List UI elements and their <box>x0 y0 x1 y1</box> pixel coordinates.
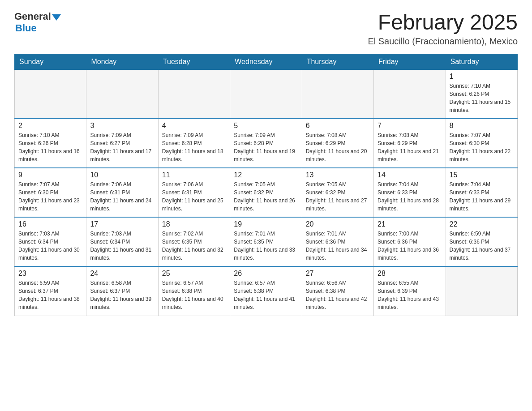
calendar-cell: 22Sunrise: 6:59 AMSunset: 6:36 PMDayligh… <box>446 217 517 266</box>
calendar-cell: 5Sunrise: 7:09 AMSunset: 6:28 PMDaylight… <box>230 119 302 168</box>
calendar-row: 16Sunrise: 7:03 AMSunset: 6:34 PMDayligh… <box>15 217 518 266</box>
month-title: February 2025 <box>368 11 518 34</box>
day-number: 18 <box>162 220 226 228</box>
calendar-cell: 13Sunrise: 7:05 AMSunset: 6:32 PMDayligh… <box>302 168 373 217</box>
day-info: Sunrise: 7:07 AMSunset: 6:30 PMDaylight:… <box>18 180 82 213</box>
day-info: Sunrise: 7:08 AMSunset: 6:29 PMDaylight:… <box>378 131 442 163</box>
calendar-cell: 28Sunrise: 6:55 AMSunset: 6:39 PMDayligh… <box>374 266 446 316</box>
calendar-cell: 18Sunrise: 7:02 AMSunset: 6:35 PMDayligh… <box>158 217 230 266</box>
logo-general-text: General <box>14 11 51 22</box>
calendar-row: 1Sunrise: 7:10 AMSunset: 6:26 PMDaylight… <box>15 69 518 119</box>
day-info: Sunrise: 6:57 AMSunset: 6:38 PMDaylight:… <box>234 279 298 311</box>
calendar-row: 23Sunrise: 6:59 AMSunset: 6:37 PMDayligh… <box>15 266 518 316</box>
day-number: 19 <box>234 220 298 228</box>
day-info: Sunrise: 6:56 AMSunset: 6:38 PMDaylight:… <box>306 279 370 311</box>
calendar-cell: 20Sunrise: 7:01 AMSunset: 6:36 PMDayligh… <box>302 217 373 266</box>
calendar-body: 1Sunrise: 7:10 AMSunset: 6:26 PMDaylight… <box>15 69 518 316</box>
calendar-cell: 12Sunrise: 7:05 AMSunset: 6:32 PMDayligh… <box>230 168 302 217</box>
day-info: Sunrise: 6:59 AMSunset: 6:36 PMDaylight:… <box>450 230 514 262</box>
day-number: 17 <box>90 220 154 228</box>
day-number: 26 <box>234 270 298 278</box>
logo-arrow-icon <box>52 14 61 21</box>
calendar-cell: 17Sunrise: 7:03 AMSunset: 6:34 PMDayligh… <box>86 217 158 266</box>
day-number: 6 <box>306 122 370 130</box>
calendar-cell <box>302 69 373 119</box>
calendar-header: Sunday Monday Tuesday Wednesday Thursday… <box>15 54 518 69</box>
title-block: February 2025 El Saucillo (Fraccionamien… <box>368 11 518 47</box>
calendar-row: 2Sunrise: 7:10 AMSunset: 6:26 PMDaylight… <box>15 119 518 168</box>
day-info: Sunrise: 7:08 AMSunset: 6:29 PMDaylight:… <box>306 131 370 163</box>
day-number: 11 <box>162 171 226 179</box>
day-info: Sunrise: 7:05 AMSunset: 6:32 PMDaylight:… <box>234 180 298 213</box>
calendar-cell <box>158 69 230 119</box>
calendar-cell: 21Sunrise: 7:00 AMSunset: 6:36 PMDayligh… <box>374 217 446 266</box>
calendar-cell: 11Sunrise: 7:06 AMSunset: 6:31 PMDayligh… <box>158 168 230 217</box>
day-number: 23 <box>18 270 82 278</box>
calendar-cell: 7Sunrise: 7:08 AMSunset: 6:29 PMDaylight… <box>374 119 446 168</box>
day-info: Sunrise: 7:02 AMSunset: 6:35 PMDaylight:… <box>162 230 226 262</box>
calendar-cell: 15Sunrise: 7:04 AMSunset: 6:33 PMDayligh… <box>446 168 517 217</box>
day-info: Sunrise: 7:04 AMSunset: 6:33 PMDaylight:… <box>378 180 442 213</box>
day-info: Sunrise: 7:01 AMSunset: 6:36 PMDaylight:… <box>306 230 370 262</box>
calendar-cell: 26Sunrise: 6:57 AMSunset: 6:38 PMDayligh… <box>230 266 302 316</box>
day-info: Sunrise: 6:58 AMSunset: 6:37 PMDaylight:… <box>90 279 154 311</box>
day-info: Sunrise: 6:59 AMSunset: 6:37 PMDaylight:… <box>18 279 82 311</box>
day-number: 7 <box>378 122 442 130</box>
page-header: General Blue February 2025 El Saucillo (… <box>14 11 518 47</box>
day-number: 5 <box>234 122 298 130</box>
day-number: 15 <box>450 171 514 179</box>
day-info: Sunrise: 7:03 AMSunset: 6:34 PMDaylight:… <box>90 230 154 262</box>
col-saturday: Saturday <box>446 54 517 69</box>
col-sunday: Sunday <box>15 54 86 69</box>
day-info: Sunrise: 7:09 AMSunset: 6:28 PMDaylight:… <box>162 131 226 163</box>
day-number: 14 <box>378 171 442 179</box>
day-number: 1 <box>450 73 514 81</box>
calendar-cell: 27Sunrise: 6:56 AMSunset: 6:38 PMDayligh… <box>302 266 373 316</box>
calendar-cell: 3Sunrise: 7:09 AMSunset: 6:27 PMDaylight… <box>86 119 158 168</box>
col-friday: Friday <box>374 54 446 69</box>
col-thursday: Thursday <box>302 54 373 69</box>
day-number: 2 <box>18 122 82 130</box>
day-info: Sunrise: 7:06 AMSunset: 6:31 PMDaylight:… <box>162 180 226 213</box>
day-info: Sunrise: 6:55 AMSunset: 6:39 PMDaylight:… <box>378 279 442 311</box>
calendar-cell <box>15 69 86 119</box>
calendar-cell: 19Sunrise: 7:01 AMSunset: 6:35 PMDayligh… <box>230 217 302 266</box>
calendar-cell: 16Sunrise: 7:03 AMSunset: 6:34 PMDayligh… <box>15 217 86 266</box>
day-number: 21 <box>378 220 442 228</box>
calendar-cell: 1Sunrise: 7:10 AMSunset: 6:26 PMDaylight… <box>446 69 517 119</box>
col-monday: Monday <box>86 54 158 69</box>
day-number: 4 <box>162 122 226 130</box>
calendar-cell: 14Sunrise: 7:04 AMSunset: 6:33 PMDayligh… <box>374 168 446 217</box>
day-info: Sunrise: 7:06 AMSunset: 6:31 PMDaylight:… <box>90 180 154 213</box>
calendar-cell: 4Sunrise: 7:09 AMSunset: 6:28 PMDaylight… <box>158 119 230 168</box>
day-info: Sunrise: 7:00 AMSunset: 6:36 PMDaylight:… <box>378 230 442 262</box>
calendar-cell: 24Sunrise: 6:58 AMSunset: 6:37 PMDayligh… <box>86 266 158 316</box>
day-number: 9 <box>18 171 82 179</box>
day-number: 8 <box>450 122 514 130</box>
day-info: Sunrise: 7:04 AMSunset: 6:33 PMDaylight:… <box>450 180 514 213</box>
day-info: Sunrise: 7:07 AMSunset: 6:30 PMDaylight:… <box>450 131 514 163</box>
calendar-cell: 25Sunrise: 6:57 AMSunset: 6:38 PMDayligh… <box>158 266 230 316</box>
calendar-table: Sunday Monday Tuesday Wednesday Thursday… <box>14 54 518 316</box>
day-number: 28 <box>378 270 442 278</box>
calendar-cell <box>230 69 302 119</box>
calendar-cell: 6Sunrise: 7:08 AMSunset: 6:29 PMDaylight… <box>302 119 373 168</box>
day-number: 22 <box>450 220 514 228</box>
location-subtitle: El Saucillo (Fraccionamiento), Mexico <box>368 36 518 47</box>
calendar-row: 9Sunrise: 7:07 AMSunset: 6:30 PMDaylight… <box>15 168 518 217</box>
day-number: 27 <box>306 270 370 278</box>
day-info: Sunrise: 6:57 AMSunset: 6:38 PMDaylight:… <box>162 279 226 311</box>
calendar-cell: 23Sunrise: 6:59 AMSunset: 6:37 PMDayligh… <box>15 266 86 316</box>
day-number: 16 <box>18 220 82 228</box>
calendar-cell: 10Sunrise: 7:06 AMSunset: 6:31 PMDayligh… <box>86 168 158 217</box>
header-row: Sunday Monday Tuesday Wednesday Thursday… <box>15 54 518 69</box>
day-number: 12 <box>234 171 298 179</box>
day-info: Sunrise: 7:05 AMSunset: 6:32 PMDaylight:… <box>306 180 370 213</box>
day-info: Sunrise: 7:10 AMSunset: 6:26 PMDaylight:… <box>450 82 514 114</box>
calendar-cell: 8Sunrise: 7:07 AMSunset: 6:30 PMDaylight… <box>446 119 517 168</box>
calendar-cell <box>374 69 446 119</box>
day-number: 25 <box>162 270 226 278</box>
logo: General Blue <box>14 11 61 34</box>
day-number: 24 <box>90 270 154 278</box>
day-info: Sunrise: 7:09 AMSunset: 6:27 PMDaylight:… <box>90 131 154 163</box>
